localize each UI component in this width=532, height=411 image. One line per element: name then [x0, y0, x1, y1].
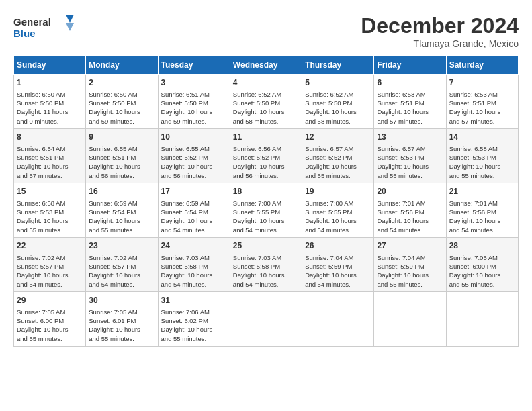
col-sunday: Sunday: [14, 56, 86, 75]
table-row: 15Sunrise: 6:58 AM Sunset: 5:53 PM Dayli…: [14, 183, 86, 237]
day-number: 4: [233, 77, 299, 89]
table-row: 26Sunrise: 7:04 AM Sunset: 5:59 PM Dayli…: [302, 237, 374, 291]
day-number: 20: [377, 186, 443, 197]
table-row: 14Sunrise: 6:58 AM Sunset: 5:53 PM Dayli…: [446, 128, 518, 183]
day-number: 23: [89, 240, 154, 252]
title-area: December 2024 Tlamaya Grande, Mexico: [361, 13, 519, 49]
day-number: 13: [377, 132, 443, 143]
day-info: Sunrise: 6:52 AM Sunset: 5:50 PM Dayligh…: [305, 90, 371, 126]
calendar-week-row: 29Sunrise: 7:05 AM Sunset: 6:00 PM Dayli…: [14, 291, 519, 346]
day-number: 27: [377, 240, 443, 252]
table-row: 13Sunrise: 6:57 AM Sunset: 5:53 PM Dayli…: [374, 128, 446, 183]
calendar-week-row: 22Sunrise: 7:02 AM Sunset: 5:57 PM Dayli…: [14, 237, 519, 291]
day-info: Sunrise: 6:52 AM Sunset: 5:50 PM Dayligh…: [233, 90, 299, 126]
day-info: Sunrise: 7:01 AM Sunset: 5:56 PM Dayligh…: [449, 199, 515, 234]
day-number: 9: [89, 132, 154, 143]
table-row: 21Sunrise: 7:01 AM Sunset: 5:56 PM Dayli…: [446, 183, 518, 237]
day-info: Sunrise: 6:59 AM Sunset: 5:54 PM Dayligh…: [89, 199, 154, 234]
table-row: 7Sunrise: 6:53 AM Sunset: 5:51 PM Daylig…: [446, 75, 518, 129]
location: Tlamaya Grande, Mexico: [361, 38, 519, 49]
table-row: [230, 291, 302, 346]
day-info: Sunrise: 6:53 AM Sunset: 5:51 PM Dayligh…: [377, 90, 443, 126]
calendar-header-row: Sunday Monday Tuesday Wednesday Thursday…: [14, 56, 519, 75]
table-row: 17Sunrise: 6:59 AM Sunset: 5:54 PM Dayli…: [158, 183, 230, 237]
col-monday: Monday: [86, 56, 158, 75]
day-number: 5: [305, 77, 371, 89]
table-row: [302, 291, 374, 346]
day-number: 2: [89, 77, 154, 89]
col-tuesday: Tuesday: [158, 56, 230, 75]
table-row: 11Sunrise: 6:56 AM Sunset: 5:52 PM Dayli…: [230, 128, 302, 183]
table-row: 3Sunrise: 6:51 AM Sunset: 5:50 PM Daylig…: [158, 75, 230, 129]
day-info: Sunrise: 7:00 AM Sunset: 5:55 PM Dayligh…: [233, 199, 299, 234]
day-number: 24: [161, 240, 227, 252]
table-row: 30Sunrise: 7:05 AM Sunset: 6:01 PM Dayli…: [86, 291, 158, 346]
day-number: 12: [305, 132, 371, 143]
month-title: December 2024: [361, 13, 519, 38]
day-info: Sunrise: 7:04 AM Sunset: 5:59 PM Dayligh…: [305, 253, 371, 289]
day-number: 15: [17, 186, 83, 197]
day-info: Sunrise: 7:02 AM Sunset: 5:57 PM Dayligh…: [17, 253, 83, 289]
day-number: 26: [305, 240, 371, 252]
day-info: Sunrise: 6:58 AM Sunset: 5:53 PM Dayligh…: [17, 199, 83, 234]
day-number: 6: [377, 77, 443, 89]
day-info: Sunrise: 6:50 AM Sunset: 5:50 PM Dayligh…: [17, 90, 83, 126]
day-number: 16: [89, 186, 154, 197]
svg-marker-2: [66, 15, 74, 23]
day-number: 3: [161, 77, 227, 89]
col-saturday: Saturday: [446, 56, 518, 75]
day-info: Sunrise: 6:55 AM Sunset: 5:51 PM Dayligh…: [89, 144, 154, 180]
day-number: 14: [449, 132, 515, 143]
day-info: Sunrise: 7:00 AM Sunset: 5:55 PM Dayligh…: [305, 199, 371, 234]
day-number: 31: [161, 295, 227, 306]
table-row: 10Sunrise: 6:55 AM Sunset: 5:52 PM Dayli…: [158, 128, 230, 183]
table-row: 31Sunrise: 7:06 AM Sunset: 6:02 PM Dayli…: [158, 291, 230, 346]
table-row: 23Sunrise: 7:02 AM Sunset: 5:57 PM Dayli…: [86, 237, 158, 291]
day-number: 17: [161, 186, 227, 197]
day-info: Sunrise: 6:53 AM Sunset: 5:51 PM Dayligh…: [449, 90, 515, 126]
day-info: Sunrise: 6:57 AM Sunset: 5:53 PM Dayligh…: [377, 144, 443, 180]
table-row: 4Sunrise: 6:52 AM Sunset: 5:50 PM Daylig…: [230, 75, 302, 129]
day-number: 19: [305, 186, 371, 197]
table-row: 2Sunrise: 6:50 AM Sunset: 5:50 PM Daylig…: [86, 75, 158, 129]
day-number: 8: [17, 132, 83, 143]
day-number: 1: [17, 77, 83, 89]
day-info: Sunrise: 7:02 AM Sunset: 5:57 PM Dayligh…: [89, 253, 154, 289]
col-thursday: Thursday: [302, 56, 374, 75]
col-wednesday: Wednesday: [230, 56, 302, 75]
day-number: 7: [449, 77, 515, 89]
calendar-week-row: 15Sunrise: 6:58 AM Sunset: 5:53 PM Dayli…: [14, 183, 519, 237]
table-row: 16Sunrise: 6:59 AM Sunset: 5:54 PM Dayli…: [86, 183, 158, 237]
day-info: Sunrise: 7:04 AM Sunset: 5:59 PM Dayligh…: [377, 253, 443, 289]
page-header: General Blue December 2024 Tlamaya Grand…: [13, 13, 519, 49]
table-row: 28Sunrise: 7:05 AM Sunset: 6:00 PM Dayli…: [446, 237, 518, 291]
table-row: 27Sunrise: 7:04 AM Sunset: 5:59 PM Dayli…: [374, 237, 446, 291]
table-row: 20Sunrise: 7:01 AM Sunset: 5:56 PM Dayli…: [374, 183, 446, 237]
day-info: Sunrise: 6:59 AM Sunset: 5:54 PM Dayligh…: [161, 199, 227, 234]
day-info: Sunrise: 7:05 AM Sunset: 6:00 PM Dayligh…: [17, 308, 83, 343]
day-info: Sunrise: 6:54 AM Sunset: 5:51 PM Dayligh…: [17, 144, 83, 180]
day-number: 30: [89, 295, 154, 306]
day-info: Sunrise: 6:58 AM Sunset: 5:53 PM Dayligh…: [449, 144, 515, 180]
day-number: 22: [17, 240, 83, 252]
day-number: 18: [233, 186, 299, 197]
logo: General Blue: [13, 13, 74, 40]
table-row: 24Sunrise: 7:03 AM Sunset: 5:58 PM Dayli…: [158, 237, 230, 291]
table-row: 22Sunrise: 7:02 AM Sunset: 5:57 PM Dayli…: [14, 237, 86, 291]
table-row: 25Sunrise: 7:03 AM Sunset: 5:58 PM Dayli…: [230, 237, 302, 291]
day-info: Sunrise: 7:03 AM Sunset: 5:58 PM Dayligh…: [233, 253, 299, 289]
day-number: 11: [233, 132, 299, 143]
table-row: 19Sunrise: 7:00 AM Sunset: 5:55 PM Dayli…: [302, 183, 374, 237]
day-number: 29: [17, 295, 83, 306]
day-info: Sunrise: 7:03 AM Sunset: 5:58 PM Dayligh…: [161, 253, 227, 289]
table-row: 12Sunrise: 6:57 AM Sunset: 5:52 PM Dayli…: [302, 128, 374, 183]
svg-text:Blue: Blue: [13, 28, 36, 39]
day-info: Sunrise: 6:57 AM Sunset: 5:52 PM Dayligh…: [305, 144, 371, 180]
day-number: 21: [449, 186, 515, 197]
day-info: Sunrise: 6:55 AM Sunset: 5:52 PM Dayligh…: [161, 144, 227, 180]
table-row: 18Sunrise: 7:00 AM Sunset: 5:55 PM Dayli…: [230, 183, 302, 237]
col-friday: Friday: [374, 56, 446, 75]
table-row: [374, 291, 446, 346]
table-row: 5Sunrise: 6:52 AM Sunset: 5:50 PM Daylig…: [302, 75, 374, 129]
table-row: 6Sunrise: 6:53 AM Sunset: 5:51 PM Daylig…: [374, 75, 446, 129]
